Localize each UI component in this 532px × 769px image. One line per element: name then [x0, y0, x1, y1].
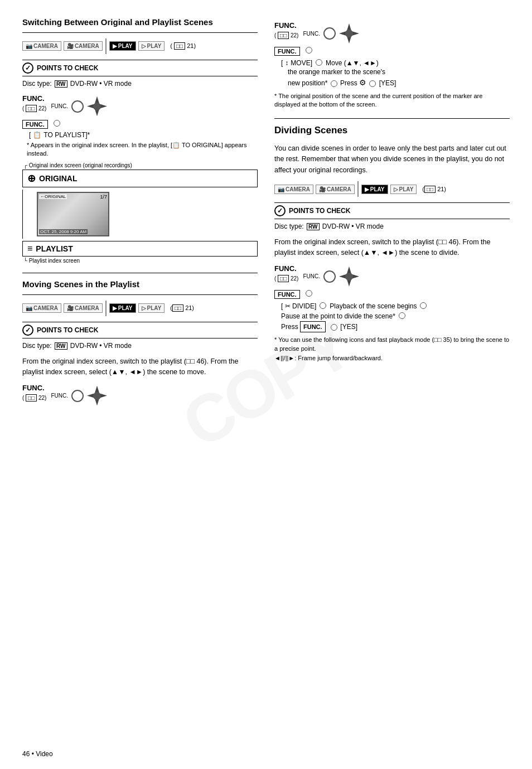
- mode-badges-row: 📷 CAMERA 🎥 CAMERA ▶ PLAY ▷ PLAY (: [22, 38, 258, 54]
- section-dividing: Dividing Scenes You can divide scenes in…: [274, 124, 510, 363]
- func-step-1: FUNC.: [22, 120, 258, 129]
- func-block-dividing: FUNC. ( □□ 22) FUNC.: [274, 264, 510, 287]
- disc-type-text-dividing: Disc type:: [274, 223, 304, 230]
- func-col-dividing: FUNC. ( □□ 22): [274, 264, 298, 282]
- play-div1-label: PLAY: [370, 186, 385, 192]
- small-circle-move: [316, 59, 322, 66]
- points-label-2: POINTS TO CHECK: [37, 326, 98, 334]
- func-sub-label-2: FUNC.: [51, 393, 68, 399]
- func-col-1: FUNC. ( □□ 22): [22, 94, 46, 112]
- footnote-divide-text1: * You can use the following icons and fa…: [274, 336, 509, 351]
- disc-mode-2: DVD-RW • VR mode: [70, 342, 132, 350]
- step-move-line: [ ↕ MOVE] Move (▲▼, ◄►): [281, 59, 510, 67]
- points-to-check-dividing: ✓ POINTS TO CHECK: [274, 202, 510, 219]
- small-circle-1: [54, 120, 60, 127]
- func-circle-btn-right1: [323, 27, 336, 40]
- playlist-text: PLAYLIST: [36, 244, 72, 253]
- small-circle-right1: [306, 47, 312, 54]
- dpad-dividing: [339, 267, 359, 287]
- step-move-icon: ↕: [285, 59, 288, 67]
- points-label-dividing: POINTS TO CHECK: [289, 207, 350, 215]
- step-divide-block: [ ✂ DIVIDE] Playback of the scene begins…: [274, 302, 510, 333]
- badge-camera4: 🎥 CAMERA: [64, 303, 103, 313]
- disc-type-line-1: Disc type: RW DVD-RW • VR mode: [22, 80, 258, 88]
- play3-label: PLAY: [118, 305, 133, 311]
- thumb-bracket: [22, 190, 30, 239]
- func-controls-dividing: FUNC.: [303, 267, 359, 287]
- func-paren-1: ( □□ 22): [22, 105, 46, 112]
- step-divide-press: Press FUNC. [YES]: [281, 320, 510, 333]
- badge-play4: ▷ PLAY: [138, 303, 165, 313]
- func-label-dividing: FUNC.: [274, 264, 298, 273]
- rw-badge-dividing: RW: [307, 223, 319, 230]
- section-move-right: FUNC. ( □□ 22) FUNC. FUNC: [274, 21, 510, 109]
- footnote-divide-text2: ◄||/||►: Frame jump forward/backward.: [274, 355, 383, 361]
- section-rule: [22, 32, 258, 33]
- sq-ref-badges: □□: [174, 42, 185, 50]
- thumb-date: OCT. 25, 2008 9:20 AM: [39, 229, 88, 234]
- func-btn-dividing: FUNC.: [274, 290, 300, 299]
- right-column: FUNC. ( □□ 22) FUNC. FUNC: [274, 17, 510, 752]
- thumbnail-area: ←ORIGINAL 1/7 OCT. 25, 2008 9:20 AM: [22, 190, 258, 239]
- footnote-to-original-icon: 📋: [172, 142, 180, 148]
- badge-play3: ▶ PLAY: [109, 303, 136, 313]
- original-label-above: ┌ Original index screen (original record…: [22, 162, 258, 168]
- section-dividing-heading: Dividing Scenes: [274, 124, 510, 137]
- dpad-center-1: [93, 103, 101, 110]
- disc-type-text-1: Disc type:: [22, 80, 52, 88]
- footnote-divide-1: * You can use the following icons and fa…: [274, 336, 510, 353]
- rw-badge-2: RW: [55, 342, 67, 350]
- dpad-center-div: [345, 273, 353, 280]
- sq-ref-dividing: □□: [424, 186, 436, 193]
- func-paren-2: ( □□ 22): [22, 394, 46, 402]
- camera3-icon: 📷: [26, 305, 32, 311]
- func-btn-divide-press: FUNC.: [300, 321, 326, 333]
- sq-ref-right1: □□: [278, 32, 289, 39]
- small-circle-dividing: [306, 290, 312, 297]
- func-sub-dividing: FUNC.: [303, 273, 320, 279]
- step-bracket-open: [: [29, 131, 31, 139]
- camera-div1-label: CAMERA: [286, 186, 310, 192]
- camera4-icon: 🎥: [67, 305, 74, 311]
- func-block-1: FUNC. ( □□ 22) FUNC.: [22, 94, 258, 117]
- play1-icon: ▶: [113, 43, 117, 49]
- page-ref-badges2: (□□ 21): [170, 304, 194, 312]
- points-label-1: POINTS TO CHECK: [37, 64, 98, 72]
- sq-ref-badges2: □□: [172, 304, 183, 312]
- page-ref-open: (: [170, 42, 172, 49]
- dpad-1: [87, 96, 107, 117]
- step-to-playlist: [ 📋 TO PLAYLIST]*: [22, 131, 258, 139]
- badge-play-div1: ▶ PLAY: [361, 185, 388, 194]
- gear-icon: ⚙: [359, 78, 366, 87]
- func-sub-label-1: FUNC.: [51, 103, 68, 109]
- func-step-right1: FUNC.: [274, 47, 510, 56]
- playlist-label-below: └ Playlist index screen: [22, 258, 258, 264]
- func-btn-1: FUNC.: [22, 120, 48, 129]
- mode-badges-row-2: 📷 CAMERA 🎥 CAMERA ▶ PLAY ▷ PLAY (□□ 2: [22, 301, 258, 316]
- badge-play2: ▷ PLAY: [138, 41, 165, 51]
- step-playlist-text: TO PLAYLIST]*: [43, 131, 90, 139]
- step-divide-bracket: [ ✂ DIVIDE]: [281, 302, 316, 310]
- page-ref-dividing: (□□ 21): [422, 186, 446, 193]
- step-move-bracket: [: [281, 59, 283, 67]
- step-divide-line: [ ✂ DIVIDE] Playback of the scene begins…: [281, 302, 510, 320]
- thumb-count: 1/7: [100, 194, 107, 200]
- playlist-icon: ≡: [27, 244, 32, 254]
- play-div2-label: PLAY: [399, 186, 414, 192]
- camera4-label: CAMERA: [75, 305, 99, 311]
- sq-ref-dividing-func: □□: [278, 275, 289, 282]
- small-circle-move2: [331, 80, 337, 87]
- step-playlist-icon: 📋: [33, 131, 41, 139]
- step-divide-text2: Pause at the point to divide the scene*: [281, 312, 395, 320]
- play3-icon: ▶: [113, 305, 117, 311]
- badge-divider-div: [357, 181, 359, 197]
- dpad-2: [87, 386, 107, 406]
- func-col-right1: FUNC. ( □□ 22): [274, 21, 298, 39]
- step-move-text: Move (▲▼, ◄►): [326, 59, 379, 67]
- step-move-block: [ ↕ MOVE] Move (▲▼, ◄►) the orange marke…: [274, 59, 510, 89]
- original-section: ┌ Original index screen (original record…: [22, 162, 258, 187]
- disc-type-text-2: Disc type:: [22, 342, 52, 350]
- footnote-divide-2: ◄||/||►: Frame jump forward/backward.: [274, 354, 510, 362]
- func-step-dividing: FUNC.: [274, 290, 510, 299]
- thumbnail-preview: ←ORIGINAL 1/7 OCT. 25, 2008 9:20 AM: [37, 192, 109, 236]
